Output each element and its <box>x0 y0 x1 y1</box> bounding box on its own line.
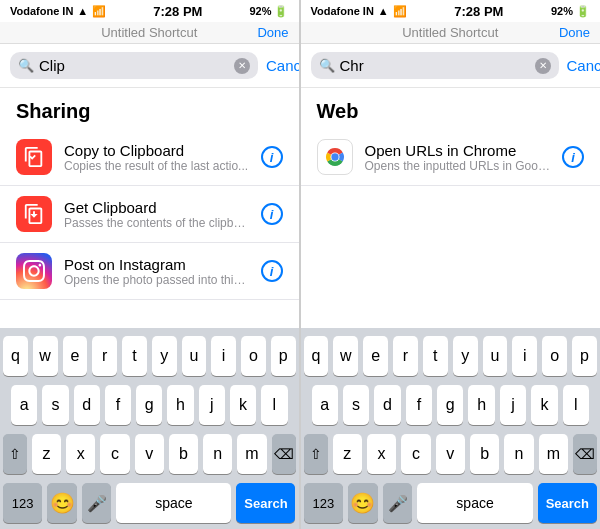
key-w-left[interactable]: w <box>33 336 58 376</box>
key-t-left[interactable]: t <box>122 336 147 376</box>
key-n-left[interactable]: n <box>203 434 232 474</box>
key-u-right[interactable]: u <box>483 336 508 376</box>
section-header-right: Web <box>301 88 601 129</box>
key-v-left[interactable]: v <box>135 434 164 474</box>
key-d-left[interactable]: d <box>74 385 100 425</box>
copy-clipboard-subtitle: Copies the result of the last actio... <box>64 159 249 173</box>
key-c-right[interactable]: c <box>401 434 430 474</box>
key-123-left[interactable]: 123 <box>3 483 42 523</box>
key-x-right[interactable]: x <box>367 434 396 474</box>
key-space-right[interactable]: space <box>417 483 532 523</box>
key-123-right[interactable]: 123 <box>304 483 344 523</box>
key-t-right[interactable]: t <box>423 336 448 376</box>
key-row-3-left: ⇧ z x c v b n m ⌫ <box>3 434 296 474</box>
battery-right: 92% <box>551 5 573 17</box>
key-p-right[interactable]: p <box>572 336 597 376</box>
info-button-instagram[interactable]: i <box>261 260 283 282</box>
key-h-left[interactable]: h <box>167 385 193 425</box>
key-w-right[interactable]: w <box>333 336 358 376</box>
key-delete-left[interactable]: ⌫ <box>272 434 296 474</box>
action-item-get-clipboard[interactable]: Get Clipboard Passes the contents of the… <box>0 186 299 243</box>
search-input-left[interactable] <box>39 57 229 74</box>
key-o-right[interactable]: o <box>542 336 567 376</box>
key-b-left[interactable]: b <box>169 434 198 474</box>
key-m-right[interactable]: m <box>539 434 568 474</box>
time-right: 7:28 PM <box>454 4 503 19</box>
key-y-left[interactable]: y <box>152 336 177 376</box>
key-shift-left[interactable]: ⇧ <box>3 434 27 474</box>
key-r-right[interactable]: r <box>393 336 418 376</box>
key-k-left[interactable]: k <box>230 385 256 425</box>
key-f-right[interactable]: f <box>406 385 432 425</box>
key-l-left[interactable]: l <box>261 385 287 425</box>
key-u-left[interactable]: u <box>182 336 207 376</box>
key-a-left[interactable]: a <box>11 385 37 425</box>
search-button-right[interactable]: Search <box>538 483 597 523</box>
key-a-right[interactable]: a <box>312 385 338 425</box>
done-button-right[interactable]: Done <box>559 25 590 40</box>
chrome-action-text: Open URLs in Chrome Opens the inputted U… <box>365 142 551 173</box>
key-e-right[interactable]: e <box>363 336 388 376</box>
results-area-right: Web <box>301 88 601 328</box>
cancel-button-left[interactable]: Cancel <box>266 57 300 74</box>
key-i-left[interactable]: i <box>211 336 236 376</box>
key-y-right[interactable]: y <box>453 336 478 376</box>
search-icon-left: 🔍 <box>18 58 34 73</box>
signal-icon-left: ▲ <box>77 5 88 17</box>
key-l-right[interactable]: l <box>563 385 589 425</box>
search-input-right[interactable] <box>340 57 530 74</box>
key-g-right[interactable]: g <box>437 385 463 425</box>
key-q-right[interactable]: q <box>304 336 329 376</box>
action-item-instagram[interactable]: Post on Instagram Opens the photo passed… <box>0 243 299 300</box>
key-p-left[interactable]: p <box>271 336 296 376</box>
key-o-left[interactable]: o <box>241 336 266 376</box>
search-input-wrapper-right: 🔍 ✕ <box>311 52 559 79</box>
action-item-copy-clipboard[interactable]: Copy to Clipboard Copies the result of t… <box>0 129 299 186</box>
key-row-4-left: 123 😊 🎤 space Search <box>3 483 296 523</box>
key-m-left[interactable]: m <box>237 434 266 474</box>
key-j-left[interactable]: j <box>199 385 225 425</box>
key-b-right[interactable]: b <box>470 434 499 474</box>
key-s-left[interactable]: s <box>42 385 68 425</box>
key-i-right[interactable]: i <box>512 336 537 376</box>
key-emoji-right[interactable]: 😊 <box>348 483 378 523</box>
key-e-left[interactable]: e <box>63 336 88 376</box>
clipboard-get-icon <box>16 196 52 232</box>
clear-button-right[interactable]: ✕ <box>535 58 551 74</box>
key-z-left[interactable]: z <box>32 434 61 474</box>
key-v-right[interactable]: v <box>436 434 465 474</box>
cancel-button-right[interactable]: Cancel <box>567 57 601 74</box>
info-button-get-clipboard[interactable]: i <box>261 203 283 225</box>
key-mic-left[interactable]: 🎤 <box>82 483 112 523</box>
battery-left: 92% <box>249 5 271 17</box>
key-d-right[interactable]: d <box>374 385 400 425</box>
key-g-left[interactable]: g <box>136 385 162 425</box>
key-mic-right[interactable]: 🎤 <box>383 483 413 523</box>
info-button-copy-clipboard[interactable]: i <box>261 146 283 168</box>
key-j-right[interactable]: j <box>500 385 526 425</box>
key-n-right[interactable]: n <box>504 434 533 474</box>
key-r-left[interactable]: r <box>92 336 117 376</box>
battery-icon-right: 🔋 <box>576 5 590 18</box>
key-k-right[interactable]: k <box>531 385 557 425</box>
instagram-subtitle: Opens the photo passed into this... <box>64 273 249 287</box>
key-q-left[interactable]: q <box>3 336 28 376</box>
key-shift-right[interactable]: ⇧ <box>304 434 328 474</box>
chrome-subtitle: Opens the inputted URLs in Goog... <box>365 159 551 173</box>
key-h-right[interactable]: h <box>468 385 494 425</box>
key-s-right[interactable]: s <box>343 385 369 425</box>
search-button-left[interactable]: Search <box>236 483 295 523</box>
done-button-left[interactable]: Done <box>257 25 288 40</box>
clear-button-left[interactable]: ✕ <box>234 58 250 74</box>
key-space-left[interactable]: space <box>116 483 231 523</box>
key-c-left[interactable]: c <box>100 434 129 474</box>
key-x-left[interactable]: x <box>66 434 95 474</box>
key-f-left[interactable]: f <box>105 385 131 425</box>
key-delete-right[interactable]: ⌫ <box>573 434 597 474</box>
info-button-chrome[interactable]: i <box>562 146 584 168</box>
chrome-icon <box>317 139 353 175</box>
action-item-chrome[interactable]: Open URLs in Chrome Opens the inputted U… <box>301 129 601 186</box>
key-emoji-left[interactable]: 😊 <box>47 483 77 523</box>
key-z-right[interactable]: z <box>333 434 362 474</box>
key-row-1-right: q w e r t y u i o p <box>304 336 598 376</box>
